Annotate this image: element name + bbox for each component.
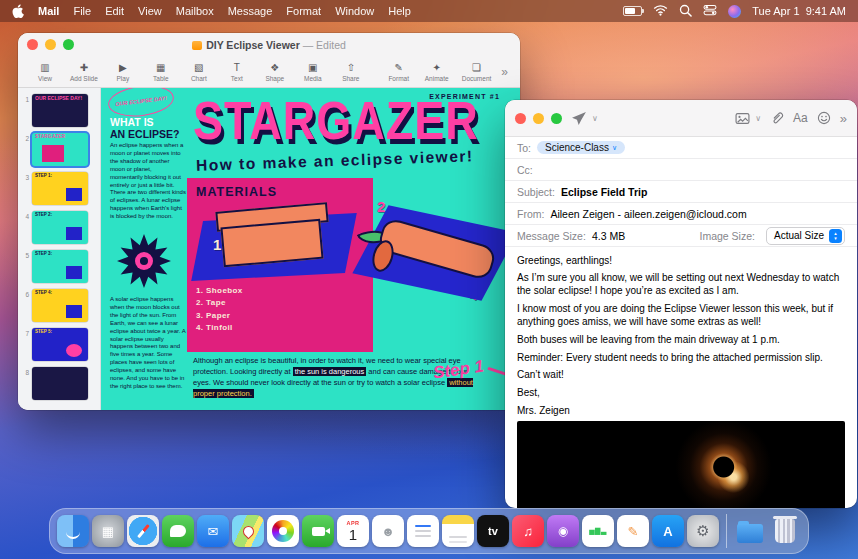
slide-thumbnail-row[interactable]: 4 STEP 2: bbox=[19, 211, 97, 244]
experiment-label: EXPERIMENT #1 bbox=[429, 93, 500, 100]
window-controls bbox=[515, 113, 562, 124]
dock-tv-icon[interactable]: tv bbox=[477, 515, 509, 547]
emoji-icon[interactable] bbox=[817, 111, 831, 125]
toolbar-overflow-icon[interactable]: » bbox=[840, 111, 847, 126]
menu-bar: Mail FileEditViewMailboxMessageFormatWin… bbox=[0, 0, 858, 22]
menu-item[interactable]: File bbox=[73, 5, 91, 17]
control-center-icon[interactable] bbox=[703, 4, 717, 18]
photo-browser-icon[interactable] bbox=[735, 112, 750, 125]
chevron-down-icon[interactable]: ∨ bbox=[755, 114, 761, 123]
chevron-down-icon[interactable]: ∨ bbox=[592, 114, 598, 123]
minimize-button[interactable] bbox=[533, 113, 544, 124]
dock-app-store-icon[interactable]: A bbox=[652, 515, 684, 547]
dock-photos-icon[interactable] bbox=[267, 515, 299, 547]
slide-thumbnail-row[interactable]: 1 OUR ECLIPSE DAY! bbox=[19, 94, 97, 127]
dock-finder-icon[interactable] bbox=[57, 515, 89, 547]
keynote-toolbar-button[interactable]: ▦ Table bbox=[142, 62, 180, 82]
slide-thumbnail-row[interactable]: 8 bbox=[19, 367, 97, 400]
dock-downloads-folder-icon[interactable] bbox=[734, 515, 766, 547]
dock-numbers-icon[interactable]: ▅▇▃ bbox=[582, 515, 614, 547]
menu-item[interactable]: Message bbox=[228, 5, 273, 17]
battery-icon[interactable] bbox=[623, 6, 642, 16]
keynote-toolbar-button[interactable]: ⇧ Share bbox=[332, 62, 370, 82]
to-field[interactable]: To: Science-Class ∨ bbox=[505, 137, 857, 159]
siri-icon[interactable] bbox=[728, 5, 741, 18]
keynote-toolbar-button[interactable]: ▥ View bbox=[26, 62, 64, 82]
close-button[interactable] bbox=[515, 113, 526, 124]
chevron-down-icon: ∨ bbox=[612, 144, 617, 152]
slide-thumbnail-row[interactable]: 3 STEP 1: bbox=[19, 172, 97, 205]
message-paragraph: Reminder: Every student needs to bring t… bbox=[517, 351, 845, 364]
dock-calendar-icon[interactable]: APR 1 bbox=[337, 515, 369, 547]
keynote-toolbar-button[interactable]: ✚ Add Slide bbox=[64, 62, 104, 82]
toolbar-button-icon: ❖ bbox=[270, 62, 279, 74]
dock-launchpad-icon[interactable]: ▦ bbox=[92, 515, 124, 547]
materials-list-item: 2. Tape bbox=[196, 297, 364, 309]
dock-safari-icon[interactable] bbox=[127, 515, 159, 547]
menu-item[interactable]: Format bbox=[286, 5, 321, 17]
highlighted-text: the sun is dangerous bbox=[293, 367, 367, 376]
message-paragraph: As I’m sure you all know, we will be set… bbox=[517, 271, 845, 297]
slide-canvas[interactable]: OUR ECLIPSE DAY! WHAT IS AN ECLIPSE? An … bbox=[101, 88, 520, 410]
slide-thumbnail-row[interactable]: 6 STEP 4: bbox=[19, 289, 97, 322]
dock-settings-icon[interactable]: ⚙ bbox=[687, 515, 719, 547]
zoom-button[interactable] bbox=[551, 113, 562, 124]
minimize-button[interactable] bbox=[45, 39, 56, 50]
mail-message-body[interactable]: Greetings, earthlings!As I’m sure you al… bbox=[505, 247, 857, 508]
toolbar-button-icon: ▥ bbox=[40, 62, 49, 74]
dock-podcasts-icon[interactable]: ◉ bbox=[547, 515, 579, 547]
keynote-toolbar-button[interactable]: T Text bbox=[218, 62, 256, 82]
slide-navigator: 1 OUR ECLIPSE DAY! 2 STARGAZER 3 STEP 1:… bbox=[18, 88, 101, 410]
dock-messages-icon[interactable] bbox=[162, 515, 194, 547]
dock-reminders-icon[interactable] bbox=[407, 515, 439, 547]
send-icon[interactable] bbox=[571, 111, 587, 126]
dock-notes-icon[interactable] bbox=[442, 515, 474, 547]
wifi-icon[interactable] bbox=[653, 4, 668, 18]
dock-mail-icon[interactable]: ✉ bbox=[197, 515, 229, 547]
menu-item[interactable]: View bbox=[138, 5, 162, 17]
mail-toolbar[interactable]: ∨ ∨ Aa » bbox=[505, 100, 857, 137]
slide-thumbnail-row[interactable]: 5 STEP 3: bbox=[19, 250, 97, 283]
dock-facetime-icon[interactable] bbox=[302, 515, 334, 547]
slide-thumbnail-row[interactable]: 7 STEP 5: bbox=[19, 328, 97, 361]
keynote-toolbar-button[interactable]: ▧ Chart bbox=[180, 62, 218, 82]
search-icon[interactable] bbox=[679, 4, 692, 19]
paper-tube-illustration bbox=[363, 198, 513, 306]
keynote-toolbar-button[interactable]: ❖ Shape bbox=[256, 62, 294, 82]
image-size-popup[interactable]: Actual Size ▴ ▾ bbox=[766, 227, 845, 245]
keynote-toolbar-button[interactable]: ❏ Document bbox=[456, 62, 498, 82]
subject-field[interactable]: Subject: Eclipse Field Trip bbox=[505, 181, 857, 203]
toolbar-overflow-icon[interactable]: » bbox=[497, 65, 512, 79]
dock-divider bbox=[726, 514, 727, 548]
keynote-toolbar-button[interactable]: ▶ Play bbox=[104, 62, 142, 82]
keynote-titlebar[interactable]: DIY Eclipse Viewer — Edited bbox=[18, 33, 520, 56]
active-app-menu[interactable]: Mail bbox=[38, 5, 59, 17]
keynote-toolbar-button[interactable]: ✦ Animate bbox=[418, 62, 456, 82]
attachment-icon[interactable] bbox=[770, 111, 784, 125]
zoom-button[interactable] bbox=[63, 39, 74, 50]
cc-field[interactable]: Cc: bbox=[505, 159, 857, 181]
desktop: DIY Eclipse Viewer — Edited ▥ View ✚ Add… bbox=[0, 0, 858, 559]
dock-contacts-icon[interactable]: ☻ bbox=[372, 515, 404, 547]
menu-item[interactable]: Mailbox bbox=[176, 5, 214, 17]
materials-title: MATERIALS bbox=[196, 185, 364, 199]
menu-item[interactable]: Edit bbox=[105, 5, 124, 17]
dock-maps-icon[interactable] bbox=[232, 515, 264, 547]
slide-thumbnail-row-selected[interactable]: 2 STARGAZER bbox=[19, 133, 97, 166]
from-field[interactable]: From: Aileen Zeigen - aileen.zeigen@iclo… bbox=[505, 203, 857, 225]
recipient-token[interactable]: Science-Class ∨ bbox=[537, 141, 625, 154]
format-icon[interactable]: Aa bbox=[793, 111, 808, 125]
dock-trash-icon[interactable] bbox=[769, 515, 801, 547]
menu-item[interactable]: Help bbox=[388, 5, 411, 17]
menu-item[interactable]: Window bbox=[335, 5, 374, 17]
keynote-toolbar-button[interactable]: ✎ Format bbox=[380, 62, 418, 82]
menu-bar-clock[interactable]: Tue Apr 1 9:41 AM bbox=[752, 5, 846, 17]
message-paragraph: Mrs. Zeigen bbox=[517, 404, 845, 417]
apple-menu[interactable] bbox=[12, 4, 24, 18]
close-button[interactable] bbox=[27, 39, 38, 50]
dock-pages-icon[interactable]: ✎ bbox=[617, 515, 649, 547]
menu-items: FileEditViewMailboxMessageFormatWindowHe… bbox=[73, 5, 411, 17]
eclipse-photo-attachment[interactable] bbox=[517, 421, 845, 508]
dock-music-icon[interactable]: ♫ bbox=[512, 515, 544, 547]
keynote-toolbar-button[interactable]: ▣ Media bbox=[294, 62, 332, 82]
